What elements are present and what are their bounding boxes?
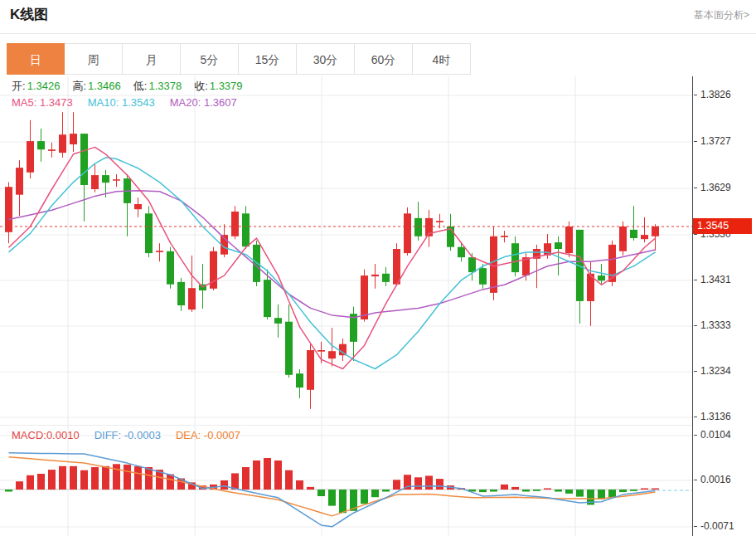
fundamental-analysis-link[interactable]: 基本面分析>: [694, 8, 749, 22]
macd-bar[interactable]: [361, 490, 368, 504]
macd-bar[interactable]: [619, 490, 627, 492]
macd-bar[interactable]: [48, 470, 56, 490]
candle[interactable]: [382, 274, 390, 282]
macd-bar[interactable]: [102, 466, 109, 490]
tab-5min[interactable]: 5分: [181, 43, 239, 75]
macd-bar[interactable]: [490, 490, 497, 492]
macd-bar[interactable]: [608, 490, 616, 498]
macd-bar[interactable]: [317, 490, 325, 496]
candle[interactable]: [59, 134, 66, 153]
tab-month[interactable]: 月: [123, 43, 181, 75]
candle[interactable]: [156, 251, 163, 252]
candle[interactable]: [414, 218, 422, 236]
macd-bar[interactable]: [436, 479, 443, 490]
candle[interactable]: [80, 134, 88, 185]
candle[interactable]: [641, 235, 648, 239]
macd-bar[interactable]: [307, 487, 314, 490]
candle[interactable]: [468, 257, 476, 272]
tab-60min[interactable]: 60分: [355, 43, 413, 75]
candle[interactable]: [458, 247, 465, 257]
candle[interactable]: [296, 373, 303, 387]
candle[interactable]: [511, 243, 519, 272]
candle[interactable]: [27, 141, 34, 173]
macd-bar[interactable]: [576, 490, 584, 497]
candle[interactable]: [167, 251, 174, 285]
macd-bar[interactable]: [113, 464, 120, 490]
candle[interactable]: [70, 134, 77, 144]
candle[interactable]: [113, 179, 120, 181]
candle[interactable]: [404, 213, 411, 253]
macd-bar[interactable]: [296, 480, 303, 490]
macd-bar[interactable]: [652, 489, 659, 490]
candle[interactable]: [361, 275, 368, 319]
candle[interactable]: [91, 175, 99, 189]
candle[interactable]: [145, 213, 153, 253]
candle[interactable]: [16, 168, 23, 195]
macd-bar[interactable]: [27, 475, 34, 490]
macd-bar[interactable]: [91, 467, 99, 490]
tab-30min[interactable]: 30分: [297, 43, 355, 75]
tab-15min[interactable]: 15分: [239, 43, 297, 75]
candle[interactable]: [652, 227, 659, 236]
macd-bar[interactable]: [328, 490, 336, 506]
macd-bar[interactable]: [522, 490, 530, 492]
candle[interactable]: [393, 249, 400, 285]
candle[interactable]: [436, 221, 443, 222]
macd-bar[interactable]: [145, 467, 153, 490]
macd-bar[interactable]: [425, 475, 433, 490]
macd-bar[interactable]: [253, 460, 260, 490]
macd-bar[interactable]: [371, 490, 379, 497]
macd-bar[interactable]: [641, 489, 648, 490]
macd-bar[interactable]: [544, 489, 551, 490]
macd-bar[interactable]: [59, 466, 66, 490]
candle[interactable]: [565, 227, 573, 253]
tab-week[interactable]: 周: [65, 43, 123, 75]
macd-bar[interactable]: [264, 458, 271, 490]
macd-bar[interactable]: [220, 480, 228, 490]
candle[interactable]: [555, 242, 562, 249]
macd-bar[interactable]: [511, 487, 519, 490]
macd-bar[interactable]: [565, 490, 573, 494]
macd-bar[interactable]: [242, 467, 250, 490]
macd-bar[interactable]: [382, 490, 390, 492]
candle[interactable]: [328, 351, 336, 358]
macd-bar[interactable]: [5, 490, 12, 492]
candle[interactable]: [242, 213, 250, 246]
candle[interactable]: [630, 230, 637, 238]
candle[interactable]: [264, 280, 271, 317]
macd-bar[interactable]: [274, 460, 282, 490]
candlestick-chart-canvas[interactable]: [0, 76, 692, 425]
macd-bar[interactable]: [16, 481, 23, 490]
macd-bar[interactable]: [414, 477, 422, 490]
tab-4hour[interactable]: 4时: [413, 43, 471, 75]
macd-bar[interactable]: [37, 474, 45, 490]
macd-bar[interactable]: [533, 490, 540, 491]
macd-bar[interactable]: [124, 465, 131, 490]
candle[interactable]: [48, 149, 56, 151]
tab-day[interactable]: 日: [7, 43, 65, 75]
macd-bar[interactable]: [339, 490, 346, 513]
candle[interactable]: [619, 227, 627, 251]
macd-bar[interactable]: [501, 485, 508, 490]
macd-bar[interactable]: [393, 480, 400, 490]
candle[interactable]: [5, 187, 12, 232]
candle[interactable]: [231, 212, 239, 236]
candle[interactable]: [317, 350, 325, 352]
candle[interactable]: [274, 318, 282, 324]
macd-bar[interactable]: [167, 475, 174, 490]
macd-bar[interactable]: [70, 466, 77, 490]
macd-bar[interactable]: [134, 466, 142, 490]
macd-chart-canvas[interactable]: [0, 426, 692, 536]
macd-bar[interactable]: [555, 490, 562, 492]
candle[interactable]: [177, 282, 185, 305]
macd-bar[interactable]: [479, 490, 487, 492]
macd-bar[interactable]: [80, 470, 88, 490]
candle[interactable]: [598, 275, 605, 280]
candle[interactable]: [501, 236, 508, 237]
macd-bar[interactable]: [285, 470, 293, 490]
macd-bar[interactable]: [630, 490, 637, 491]
candle[interactable]: [37, 141, 45, 149]
macd-bar[interactable]: [231, 473, 239, 490]
candle[interactable]: [479, 268, 487, 285]
candle[interactable]: [307, 350, 314, 390]
